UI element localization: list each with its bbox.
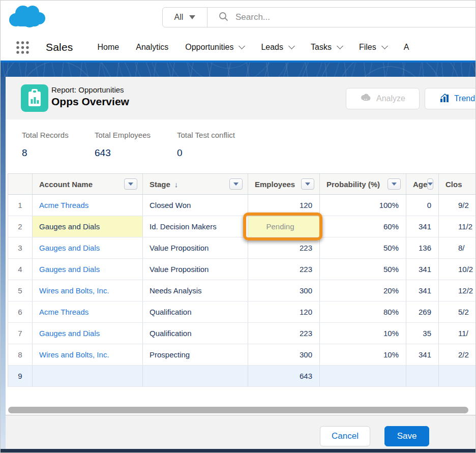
stage-cell — [143, 366, 248, 386]
column-menu-button[interactable] — [229, 178, 243, 190]
column-menu-button[interactable] — [124, 178, 137, 190]
row-number-cell: 7 — [8, 323, 33, 344]
report-summary-totals: Total Records8Total Employees643Total Te… — [6, 119, 475, 173]
account-link[interactable]: Gauges and Dials — [39, 329, 100, 338]
account-name-cell[interactable]: Wires and Bolts, Inc. — [33, 344, 143, 365]
column-menu-button[interactable] — [427, 178, 433, 190]
nav-tab-label: A — [404, 43, 409, 52]
column-header-label: Clos — [445, 180, 462, 189]
row-number-cell: 8 — [8, 344, 33, 365]
horizontal-scrollbar[interactable] — [8, 407, 468, 413]
table-row: 8Wires and Bolts, Inc.Prospecting30010%3… — [8, 344, 475, 366]
age-cell: 269 — [406, 301, 439, 322]
salesforce-cloud-logo — [7, 4, 48, 33]
stage-cell: Value Proposition — [143, 259, 248, 280]
cancel-button[interactable]: Cancel — [320, 426, 370, 446]
nav-tabs: HomeAnalyticsOpportunitiesLeadsTasksFile… — [98, 43, 409, 52]
column-header-clos[interactable]: Clos — [439, 174, 475, 194]
column-header-probability-[interactable]: Probability (%) — [320, 174, 406, 194]
probability-cell: 20% — [320, 280, 406, 301]
search-input[interactable] — [235, 12, 388, 22]
column-header-employees[interactable]: Employees — [248, 174, 320, 194]
trend-button[interactable]: Trend — [425, 88, 475, 109]
caret-down-icon — [305, 183, 310, 186]
account-link[interactable]: Acme Threads — [39, 308, 88, 316]
nav-tab-tasks[interactable]: Tasks — [311, 43, 342, 52]
account-link[interactable]: Wires and Bolts, Inc. — [39, 286, 109, 295]
account-link[interactable]: Gauges and Dials — [39, 244, 100, 252]
nav-tab-home[interactable]: Home — [98, 43, 120, 52]
account-name-cell[interactable]: Gauges and Dials — [33, 323, 143, 344]
close-date-cell: 9/2 — [439, 195, 475, 216]
column-menu-button[interactable] — [301, 178, 314, 190]
app-name-sales[interactable]: Sales — [46, 41, 73, 53]
summary-total: Total Records8 — [22, 131, 69, 159]
age-cell — [406, 366, 439, 386]
probability-cell: 60% — [320, 216, 406, 237]
column-header-age[interactable]: Age — [406, 174, 439, 194]
app-launcher-waffle-icon[interactable] — [16, 41, 29, 54]
chevron-down-icon — [337, 43, 343, 49]
column-header-row-number — [8, 174, 33, 194]
nav-tab-label: Opportunities — [185, 43, 233, 52]
account-link[interactable]: Wires and Bolts, Inc. — [39, 350, 109, 359]
nav-tab-label: Files — [359, 43, 376, 52]
stage-cell: Needs Analysis — [143, 280, 248, 301]
row-number-cell: 9 — [8, 366, 33, 386]
column-menu-button[interactable] — [388, 178, 401, 190]
close-date-cell: 11/ — [439, 323, 475, 344]
column-header-label: Age — [413, 180, 427, 189]
close-date-cell: 11/2 — [439, 216, 475, 237]
table-row: 5Wires and Bolts, Inc.Needs Analysis3002… — [8, 280, 475, 301]
summary-total-label: Total Employees — [95, 131, 151, 139]
account-link[interactable]: Acme Threads — [39, 201, 88, 209]
nav-tab-files[interactable]: Files — [359, 43, 387, 52]
column-header-label: Employees — [255, 180, 295, 189]
employees-cell: 223 — [248, 237, 320, 258]
stage-cell: Id. Decision Makers — [143, 216, 248, 237]
account-name-cell[interactable]: Acme Threads — [33, 301, 143, 322]
account-name-cell[interactable]: Gauges and Dials — [33, 259, 143, 280]
account-name-cell[interactable]: Acme Threads — [33, 195, 143, 216]
window-bottom-edge — [1, 449, 475, 452]
table-row: 4Gauges and DialsValue Proposition22350%… — [8, 259, 475, 280]
column-header-label: Probability (%) — [326, 180, 380, 189]
chevron-down-icon — [381, 43, 388, 49]
summary-total-value: 0 — [177, 147, 235, 159]
report-footer-bar: Cancel Save — [6, 415, 475, 449]
save-button[interactable]: Save — [384, 426, 429, 446]
nav-tab-a[interactable]: A — [404, 43, 409, 52]
nav-tab-analytics[interactable]: Analytics — [136, 43, 168, 52]
nav-tab-leads[interactable]: Leads — [261, 43, 294, 52]
column-header-account-name[interactable]: Account Name — [33, 174, 143, 194]
account-link[interactable]: Gauges and Dials — [39, 265, 100, 274]
report-table: Account NameStage↓EmployeesProbability (… — [8, 173, 475, 387]
row-number-cell: 6 — [8, 301, 33, 322]
nav-tab-opportunities[interactable]: Opportunities — [185, 43, 244, 52]
search-scope-dropdown[interactable]: All — [163, 8, 207, 27]
account-name-cell[interactable]: Wires and Bolts, Inc. — [33, 280, 143, 301]
global-search-box: All — [162, 7, 476, 27]
probability-cell: 10% — [320, 344, 406, 365]
column-header-stage[interactable]: Stage↓ — [143, 174, 248, 194]
employees-cell: 120 — [248, 301, 320, 322]
table-row: 7Gauges and DialsQualification22310%3511… — [8, 323, 475, 344]
employees-cell: 223 — [248, 259, 320, 280]
employees-cell: 300 — [248, 280, 320, 301]
trend-chart-icon — [440, 94, 449, 104]
page-background-gutter — [1, 77, 6, 449]
stage-cell: Prospecting — [143, 344, 248, 365]
theme-banner-accent — [1, 61, 475, 63]
app-navigation-bar: Sales HomeAnalyticsOpportunitiesLeadsTas… — [1, 34, 475, 61]
analyze-button[interactable]: Analyze — [346, 88, 420, 109]
stage-cell: Value Proposition — [143, 237, 248, 258]
caret-down-icon — [392, 183, 397, 186]
stage-cell: Qualification — [143, 323, 248, 344]
column-header-label: Stage — [150, 180, 170, 189]
report-panel: Report: Opportunities Opps Overview Anal… — [6, 77, 475, 449]
probability-cell — [320, 366, 406, 386]
age-cell: 341 — [406, 344, 439, 365]
probability-cell: 10% — [320, 323, 406, 344]
chevron-down-icon — [239, 43, 246, 49]
account-name-cell[interactable]: Gauges and Dials — [33, 237, 143, 258]
